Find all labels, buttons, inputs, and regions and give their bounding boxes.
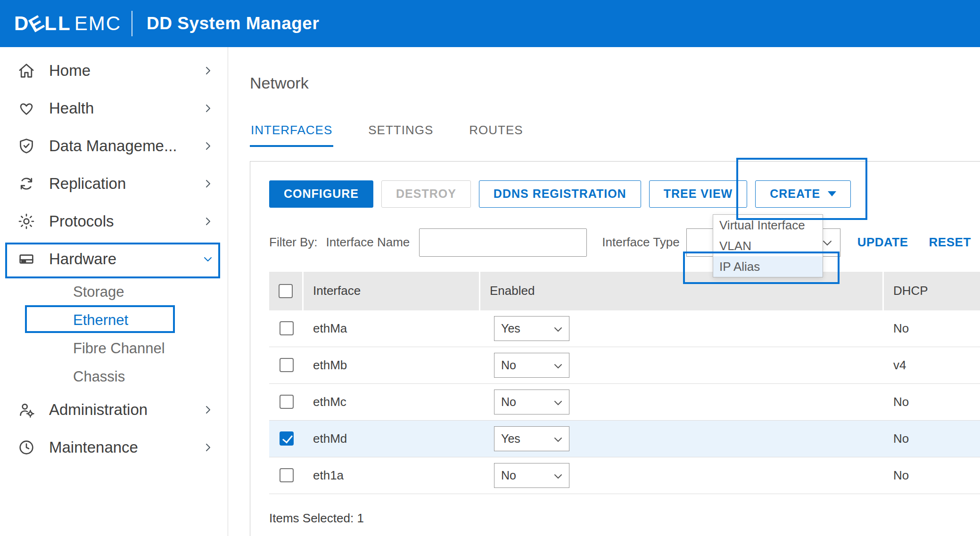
update-link[interactable]: UPDATE	[857, 235, 908, 250]
row-checkbox[interactable]	[280, 321, 294, 335]
enabled-cell: No	[480, 457, 884, 494]
interface-cell: ethMc	[304, 384, 480, 420]
enabled-cell: Yes	[480, 310, 884, 347]
sidebar-item-label: Replication	[49, 175, 202, 193]
filter-row: Filter By: Interface Name Interface Type…	[269, 228, 980, 257]
logo-emc: EMC	[74, 12, 121, 35]
interface-cell: ethMb	[304, 347, 480, 383]
row-checkbox[interactable]	[280, 358, 294, 372]
sidebar-item-label: Administration	[49, 401, 202, 419]
create-dropdown-menu: Virtual Interface VLAN IP Alias	[713, 214, 823, 277]
sidebar-item-label: Health	[49, 99, 202, 117]
sidebar-subitem-fibre-channel[interactable]: Fibre Channel	[0, 334, 228, 363]
enabled-select[interactable]: Yes	[494, 426, 569, 451]
sidebar-item-label: Protocols	[49, 212, 202, 230]
enabled-select-value: Yes	[501, 322, 520, 335]
sidebar-item-hardware[interactable]: Hardware	[0, 240, 228, 278]
sidebar-item-label: Hardware	[49, 250, 202, 268]
caret-down-icon	[828, 191, 836, 196]
chevron-down-icon	[554, 395, 562, 409]
tree-view-button[interactable]: TREE VIEW	[649, 180, 748, 208]
enabled-select[interactable]: No	[494, 353, 569, 378]
table-row-selected: ethMd Yes No	[269, 421, 980, 457]
table-row: ethMc No No	[269, 384, 980, 421]
row-checkbox[interactable]	[280, 395, 294, 409]
enabled-cell: Yes	[480, 421, 884, 457]
main-content: Network INTERFACES SETTINGS ROUTES CONFI…	[229, 47, 980, 536]
column-header-interface: Interface	[304, 272, 480, 310]
enabled-select[interactable]: No	[494, 463, 569, 488]
checkbox-cell	[269, 421, 304, 457]
ddns-registration-button[interactable]: DDNS REGISTRATION	[479, 180, 641, 208]
app-title: DD System Manager	[147, 14, 319, 33]
chevron-right-icon	[202, 216, 214, 227]
table-header-checkbox-cell	[269, 272, 304, 310]
create-button[interactable]: CREATE	[755, 180, 851, 208]
chevron-down-icon	[554, 432, 562, 446]
configure-button[interactable]: CONFIGURE	[269, 180, 373, 208]
enabled-select[interactable]: Yes	[494, 316, 569, 341]
sidebar: Home Health Data Manageme... Replication	[0, 47, 228, 536]
sync-icon	[17, 174, 36, 193]
sidebar-subitem-label: Chassis	[73, 368, 125, 385]
table-header-row: Interface Enabled DHCP	[269, 272, 980, 310]
enabled-select[interactable]: No	[494, 390, 569, 414]
server-drive-icon	[17, 250, 36, 268]
tab-bar: INTERFACES SETTINGS ROUTES	[250, 123, 980, 147]
tab-interfaces[interactable]: INTERFACES	[250, 123, 333, 147]
destroy-button[interactable]: DESTROY	[381, 180, 471, 208]
chevron-down-icon	[554, 358, 562, 372]
chevron-right-icon	[202, 103, 214, 114]
dhcp-cell: v4	[884, 347, 980, 383]
create-button-label: CREATE	[770, 187, 820, 201]
row-checkbox[interactable]	[280, 468, 294, 482]
menu-item-ip-alias[interactable]: IP Alias	[713, 256, 823, 277]
menu-item-virtual-interface[interactable]: Virtual Interface	[713, 215, 823, 236]
sidebar-item-label: Maintenance	[49, 439, 202, 456]
sidebar-item-protocols[interactable]: Protocols	[0, 203, 228, 240]
chevron-right-icon	[202, 178, 214, 189]
dhcp-cell: No	[884, 310, 980, 347]
interface-cell: ethMa	[304, 310, 480, 347]
select-all-checkbox[interactable]	[279, 284, 293, 298]
interfaces-table: Interface Enabled DHCP ethMa Yes No	[269, 272, 980, 494]
checkbox-cell	[269, 310, 304, 347]
enabled-select-value: No	[501, 358, 516, 372]
tab-settings[interactable]: SETTINGS	[367, 123, 434, 147]
shield-icon	[17, 137, 36, 155]
reset-link[interactable]: RESET	[929, 235, 971, 250]
chevron-right-icon	[202, 442, 214, 453]
sidebar-item-maintenance[interactable]: Maintenance	[0, 429, 228, 466]
user-gear-icon	[17, 400, 36, 419]
interface-type-label: Interface Type	[602, 235, 679, 250]
enabled-cell: No	[480, 384, 884, 420]
sidebar-item-label: Home	[49, 62, 202, 80]
app-header: DELL EMC DD System Manager	[0, 0, 980, 47]
sidebar-item-label: Data Manageme...	[49, 137, 202, 155]
sidebar-item-data-management[interactable]: Data Manageme...	[0, 127, 228, 165]
enabled-select-value: Yes	[501, 432, 520, 446]
table-row: ethMb No v4	[269, 347, 980, 384]
interfaces-panel: CONFIGURE DESTROY DDNS REGISTRATION TREE…	[250, 161, 980, 536]
sidebar-subitem-chassis[interactable]: Chassis	[0, 363, 228, 391]
chevron-right-icon	[202, 140, 214, 152]
enabled-cell: No	[480, 347, 884, 383]
row-checkbox-checked[interactable]	[280, 431, 294, 446]
table-row: eth1a No No	[269, 457, 980, 494]
sidebar-subitem-ethernet[interactable]: Ethernet	[0, 306, 228, 334]
sidebar-item-home[interactable]: Home	[0, 52, 228, 89]
dhcp-cell: No	[884, 457, 980, 494]
menu-item-vlan[interactable]: VLAN	[713, 236, 823, 256]
sidebar-subitem-storage[interactable]: Storage	[0, 278, 228, 306]
chevron-right-icon	[202, 65, 214, 76]
sidebar-item-health[interactable]: Health	[0, 89, 228, 127]
checkbox-cell	[269, 457, 304, 494]
heart-icon	[17, 99, 36, 118]
sidebar-item-replication[interactable]: Replication	[0, 165, 228, 203]
interface-name-input[interactable]	[419, 228, 587, 257]
home-icon	[17, 61, 36, 80]
checkbox-cell	[269, 384, 304, 420]
tab-routes[interactable]: ROUTES	[468, 123, 524, 147]
sidebar-item-administration[interactable]: Administration	[0, 391, 228, 429]
sidebar-subitem-label: Storage	[73, 284, 124, 300]
